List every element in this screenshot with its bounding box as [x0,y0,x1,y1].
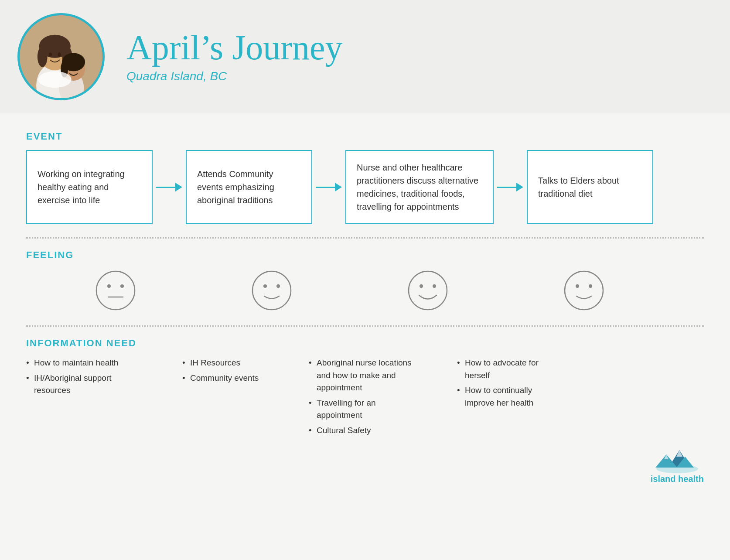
svg-point-4 [38,46,48,67]
svg-point-19 [252,271,291,310]
logo-text: island health [651,474,704,484]
feeling-section-label: FEELING [26,249,704,261]
info-item: IH/Aboriginal support resources [26,372,140,397]
svg-point-13 [76,68,78,71]
event-row: Working on integrating healthy eating an… [26,150,704,224]
event-box-4: Talks to Elders about traditional diet [527,150,653,224]
info-col-2: IH Resources Community events [153,357,279,387]
svg-marker-32 [676,450,682,457]
info-item: Community events [182,372,266,385]
info-list-2: IH Resources Community events [182,357,266,384]
svg-point-20 [263,284,267,288]
event-box-3: Nurse and other healthcare practitioners… [345,150,494,224]
info-list-1: How to maintain health IH/Aboriginal sup… [26,357,140,397]
svg-point-22 [409,271,447,310]
svg-point-14 [38,71,72,88]
event-section-label: EVENT [26,131,704,142]
info-item: How to continually improve her health [457,384,541,409]
info-section-label: INFORMATION NEED [26,338,704,349]
svg-point-17 [120,284,124,288]
svg-point-7 [58,53,61,57]
event-box-2: Attends Community events emphasizing abo… [186,150,312,224]
arrow-1 [153,183,186,191]
svg-point-25 [565,271,603,310]
divider-1 [26,237,704,239]
logo-container: island health [26,448,704,484]
avatar [17,13,105,100]
info-item: How to advocate for herself [457,357,541,382]
svg-point-24 [433,284,436,288]
svg-point-21 [276,284,280,288]
info-col-3: Aboriginal nurse locations and how to ma… [279,357,427,439]
face-4-slight-smile [521,269,647,312]
info-row: How to maintain health IH/Aboriginal sup… [26,357,704,439]
face-3-smile [365,269,491,312]
info-list-4: How to advocate for herself How to conti… [457,357,541,409]
header: April’s Journey Quadra Island, BC [0,0,730,113]
svg-point-15 [96,271,135,310]
page-title: April’s Journey [126,30,343,65]
svg-point-6 [49,53,52,57]
info-item: Travelling for an appointment [309,397,414,422]
svg-point-26 [576,284,579,288]
info-list-3: Aboriginal nurse locations and how to ma… [309,357,414,437]
info-col-4: How to advocate for herself How to conti… [427,357,554,412]
svg-point-27 [589,284,592,288]
info-item: Cultural Safety [309,424,414,437]
svg-point-23 [420,284,423,288]
info-item: How to maintain health [26,357,140,369]
feeling-row [26,269,704,312]
face-2-slight-smile [208,269,335,312]
island-health-logo: island health [651,448,704,484]
svg-point-12 [68,68,71,71]
arrow-3 [494,183,527,191]
face-1-neutral [52,269,179,312]
svg-point-16 [107,284,111,288]
info-col-1: How to maintain health IH/Aboriginal sup… [26,357,153,400]
page-subtitle: Quadra Island, BC [126,69,343,83]
info-item: Aboriginal nurse locations and how to ma… [309,357,414,394]
arrow-2 [312,183,345,191]
header-text: April’s Journey Quadra Island, BC [126,30,343,83]
main-content: EVENT Working on integrating healthy eat… [0,113,730,502]
divider-2 [26,325,704,327]
event-box-1: Working on integrating healthy eating an… [26,150,153,224]
info-item: IH Resources [182,357,266,369]
